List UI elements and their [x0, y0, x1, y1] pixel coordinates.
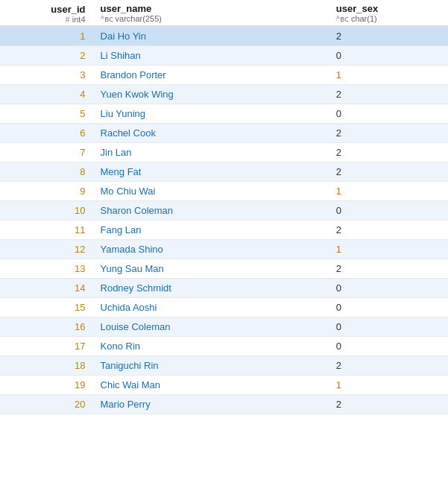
cell-name: Kono Rin — [95, 337, 330, 356]
cell-sex: 1 — [330, 182, 448, 201]
cell-name: Rodney Schmidt — [95, 279, 330, 298]
table-row[interactable]: 7Jin Lan2 — [0, 143, 448, 162]
cell-id: 18 — [0, 356, 95, 376]
cell-id: 3 — [0, 66, 95, 85]
table-row[interactable]: 3Brandon Porter1 — [0, 66, 448, 85]
cell-id: 20 — [0, 395, 95, 414]
cell-id: 17 — [0, 337, 95, 356]
col-sub-user-sex: ᴬʙᴄ char(1) — [336, 14, 442, 24]
cell-sex: 0 — [330, 317, 448, 337]
cell-sex: 0 — [330, 279, 448, 298]
table-row[interactable]: 11Fang Lan2 — [0, 221, 448, 240]
cell-id: 14 — [0, 279, 95, 298]
cell-sex: 1 — [330, 240, 448, 259]
cell-sex: 2 — [330, 395, 448, 414]
cell-name: Rachel Cook — [95, 124, 330, 143]
col-label-user-name: user_name — [101, 3, 324, 14]
data-table-wrapper: user_id # int4 user_name ᴬʙᴄ varchar(255… — [0, 0, 448, 414]
cell-id: 5 — [0, 104, 95, 124]
cell-name: Uchida Aoshi — [95, 298, 330, 317]
cell-name: Brandon Porter — [95, 66, 330, 85]
cell-sex: 0 — [330, 298, 448, 317]
cell-sex: 1 — [330, 376, 448, 395]
table-row[interactable]: 10Sharon Coleman0 — [0, 201, 448, 221]
table-row[interactable]: 20Mario Perry2 — [0, 395, 448, 414]
cell-name: Li Shihan — [95, 46, 330, 66]
table-row[interactable]: 12Yamada Shino1 — [0, 240, 448, 259]
cell-name: Meng Fat — [95, 162, 330, 182]
cell-sex: 2 — [330, 356, 448, 376]
cell-id: 11 — [0, 221, 95, 240]
cell-sex: 0 — [330, 337, 448, 356]
data-table: user_id # int4 user_name ᴬʙᴄ varchar(255… — [0, 0, 448, 414]
table-row[interactable]: 9Mo Chiu Wai1 — [0, 182, 448, 201]
col-sub-user-id: # int4 — [6, 15, 86, 24]
cell-id: 12 — [0, 240, 95, 259]
table-row[interactable]: 19Chic Wai Man1 — [0, 376, 448, 395]
cell-name: Mo Chiu Wai — [95, 182, 330, 201]
cell-id: 16 — [0, 317, 95, 337]
cell-sex: 2 — [330, 221, 448, 240]
table-row[interactable]: 6Rachel Cook2 — [0, 124, 448, 143]
table-row[interactable]: 8Meng Fat2 — [0, 162, 448, 182]
cell-id: 4 — [0, 85, 95, 104]
table-row[interactable]: 13Yung Sau Man2 — [0, 259, 448, 279]
col-header-user-id[interactable]: user_id # int4 — [0, 0, 95, 26]
cell-sex: 0 — [330, 104, 448, 124]
table-row[interactable]: 5Liu Yuning0 — [0, 104, 448, 124]
cell-id: 8 — [0, 162, 95, 182]
cell-id: 19 — [0, 376, 95, 395]
table-row[interactable]: 2Li Shihan0 — [0, 46, 448, 66]
cell-id: 13 — [0, 259, 95, 279]
table-body: 1Dai Ho Yin22Li Shihan03Brandon Porter14… — [0, 26, 448, 414]
cell-name: Yamada Shino — [95, 240, 330, 259]
cell-name: Yung Sau Man — [95, 259, 330, 279]
table-row[interactable]: 18Taniguchi Rin2 — [0, 356, 448, 376]
col-header-user-sex[interactable]: user_sex ᴬʙᴄ char(1) — [330, 0, 448, 26]
cell-id: 6 — [0, 124, 95, 143]
cell-sex: 0 — [330, 201, 448, 221]
table-row[interactable]: 15Uchida Aoshi0 — [0, 298, 448, 317]
cell-name: Yuen Kwok Wing — [95, 85, 330, 104]
cell-id: 15 — [0, 298, 95, 317]
cell-sex: 2 — [330, 124, 448, 143]
cell-sex: 2 — [330, 143, 448, 162]
cell-id: 9 — [0, 182, 95, 201]
cell-sex: 0 — [330, 46, 448, 66]
cell-name: Mario Perry — [95, 395, 330, 414]
cell-name: Fang Lan — [95, 221, 330, 240]
cell-name: Dai Ho Yin — [95, 26, 330, 46]
cell-name: Chic Wai Man — [95, 376, 330, 395]
cell-name: Sharon Coleman — [95, 201, 330, 221]
cell-sex: 2 — [330, 259, 448, 279]
cell-sex: 2 — [330, 85, 448, 104]
cell-sex: 1 — [330, 66, 448, 85]
table-row[interactable]: 4Yuen Kwok Wing2 — [0, 85, 448, 104]
col-label-user-id: user_id — [6, 4, 86, 15]
table-row[interactable]: 16Louise Coleman0 — [0, 317, 448, 337]
col-sub-user-name: ᴬʙᴄ varchar(255) — [101, 14, 324, 24]
table-header-row: user_id # int4 user_name ᴬʙᴄ varchar(255… — [0, 0, 448, 26]
table-row[interactable]: 1Dai Ho Yin2 — [0, 26, 448, 46]
col-label-user-sex: user_sex — [336, 3, 442, 14]
table-row[interactable]: 14Rodney Schmidt0 — [0, 279, 448, 298]
cell-id: 2 — [0, 46, 95, 66]
cell-name: Liu Yuning — [95, 104, 330, 124]
col-header-user-name[interactable]: user_name ᴬʙᴄ varchar(255) — [95, 0, 330, 26]
cell-name: Jin Lan — [95, 143, 330, 162]
cell-id: 7 — [0, 143, 95, 162]
cell-name: Taniguchi Rin — [95, 356, 330, 376]
cell-sex: 2 — [330, 26, 448, 46]
cell-sex: 2 — [330, 162, 448, 182]
cell-id: 1 — [0, 26, 95, 46]
table-row[interactable]: 17Kono Rin0 — [0, 337, 448, 356]
cell-name: Louise Coleman — [95, 317, 330, 337]
cell-id: 10 — [0, 201, 95, 221]
